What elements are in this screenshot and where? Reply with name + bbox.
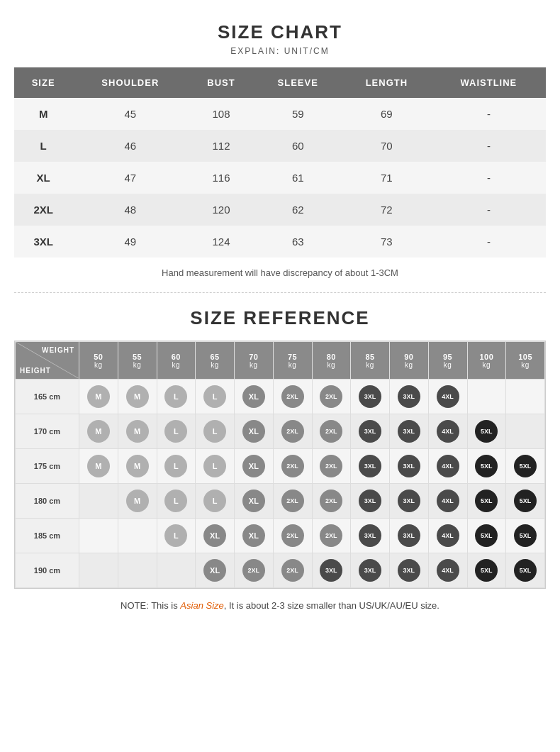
- size-circle-cell: [506, 380, 545, 414]
- disclaimer-text: Hand measurement will have discrepancy o…: [14, 267, 546, 293]
- size-circle: 2XL: [281, 559, 304, 582]
- size-circle: 5XL: [475, 455, 498, 477]
- ref-table-row: 170 cmMMLLXL2XL2XL3XL3XL4XL5XL: [16, 414, 545, 449]
- ref-table-head: WEIGHT HEIGHT 50kg55kg60kg65kg70kg75kg80…: [16, 342, 545, 380]
- table-row: 2XL481206272-: [14, 194, 546, 226]
- size-circle-cell: [467, 380, 506, 414]
- size-circle: 5XL: [475, 524, 498, 547]
- size-reference-title: SIZE REFERENCE: [14, 307, 546, 329]
- size-circle-cell: 5XL: [467, 449, 506, 484]
- size-circle-cell: 3XL: [390, 519, 429, 553]
- size-circle-cell: 2XL: [312, 414, 351, 449]
- size-circle-cell: M: [118, 449, 157, 484]
- size-circle-cell: 2XL: [235, 553, 274, 588]
- size-circle: XL: [242, 385, 265, 408]
- size-circle-cell: M: [118, 414, 157, 449]
- ref-table: WEIGHT HEIGHT 50kg55kg60kg65kg70kg75kg80…: [15, 341, 545, 588]
- height-cell: 165 cm: [16, 380, 79, 414]
- weight-header: 100kg: [467, 342, 506, 380]
- size-circle: 5XL: [514, 524, 537, 547]
- ref-table-wrapper: WEIGHT HEIGHT 50kg55kg60kg65kg70kg75kg80…: [14, 341, 546, 589]
- size-circle-cell: L: [196, 484, 235, 519]
- size-circle-cell: 4XL: [428, 519, 467, 553]
- size-cell: 3XL: [14, 226, 72, 258]
- size-circle: L: [203, 385, 226, 408]
- ref-table-body: 165 cmMMLLXL2XL2XL3XL3XL4XL170 cmMMLLXL2…: [16, 380, 545, 588]
- col-header-shoulder: SHOULDER: [72, 67, 188, 98]
- weight-header: 90kg: [390, 342, 429, 380]
- size-circle: 2XL: [320, 420, 342, 443]
- col-header-waistline: WAISTLINE: [432, 67, 546, 98]
- size-circle: M: [126, 490, 149, 512]
- size-circle-cell: M: [79, 414, 118, 449]
- data-cell: 120: [188, 194, 254, 226]
- size-circle-cell: 2XL: [312, 484, 351, 519]
- size-circle-cell: 4XL: [428, 380, 467, 414]
- size-circle: 3XL: [359, 420, 381, 443]
- size-circle-cell: 2XL: [273, 380, 312, 414]
- size-circle: XL: [242, 455, 265, 477]
- weight-header: 55kg: [118, 342, 157, 380]
- size-circle-cell: 4XL: [428, 484, 467, 519]
- data-cell: 46: [72, 130, 188, 162]
- size-cell: XL: [14, 162, 72, 194]
- ref-table-row: 180 cmMLLXL2XL2XL3XL3XL4XL5XL5XL: [16, 484, 545, 519]
- size-circle-cell: [79, 553, 118, 588]
- size-circle-cell: XL: [235, 414, 274, 449]
- size-circle: 2XL: [320, 524, 342, 547]
- ref-table-row: 175 cmMMLLXL2XL2XL3XL3XL4XL5XL5XL: [16, 449, 545, 484]
- table-row: L461126070-: [14, 130, 546, 162]
- size-circle: L: [164, 524, 187, 547]
- data-cell: 73: [342, 226, 432, 258]
- size-reference-section: SIZE REFERENCE WEIGHT HEIGHT 50kg55kg60k…: [14, 307, 546, 611]
- size-circle-cell: 3XL: [351, 484, 390, 519]
- size-circle-cell: 5XL: [467, 484, 506, 519]
- size-circle: L: [164, 455, 187, 477]
- size-circle-cell: 3XL: [351, 553, 390, 588]
- size-circle-cell: M: [79, 380, 118, 414]
- size-circle-cell: 3XL: [390, 380, 429, 414]
- size-circle: 3XL: [359, 490, 381, 512]
- note-highlight: Asian Size: [180, 600, 223, 611]
- data-cell: 61: [254, 162, 342, 194]
- size-circle: 5XL: [475, 420, 498, 443]
- data-cell: 124: [188, 226, 254, 258]
- size-circle: M: [87, 385, 110, 408]
- data-cell: 60: [254, 130, 342, 162]
- size-circle-cell: 5XL: [506, 484, 545, 519]
- size-circle-cell: 3XL: [390, 553, 429, 588]
- size-circle: L: [203, 420, 226, 443]
- size-circle: XL: [203, 559, 226, 582]
- size-chart-section: SIZE CHART EXPLAIN: UNIT/CM SIZESHOULDER…: [14, 21, 546, 293]
- size-circle-cell: 4XL: [428, 449, 467, 484]
- size-circle-cell: XL: [196, 519, 235, 553]
- weight-header: 80kg: [312, 342, 351, 380]
- size-circle: 4XL: [437, 559, 459, 582]
- data-cell: 112: [188, 130, 254, 162]
- data-cell: 45: [72, 98, 188, 130]
- size-circle-cell: 2XL: [312, 519, 351, 553]
- col-header-size: SIZE: [14, 67, 72, 98]
- col-header-bust: BUST: [188, 67, 254, 98]
- size-circle: 3XL: [359, 385, 381, 408]
- size-circle-cell: XL: [235, 484, 274, 519]
- size-circle-cell: 3XL: [351, 519, 390, 553]
- size-circle-cell: [118, 553, 157, 588]
- weight-header: 75kg: [273, 342, 312, 380]
- table-row: 3XL491246373-: [14, 226, 546, 258]
- size-circle: L: [203, 490, 226, 512]
- data-cell: 49: [72, 226, 188, 258]
- note-text: NOTE: This is Asian Size, It is about 2-…: [14, 600, 546, 611]
- size-circle-cell: 3XL: [351, 414, 390, 449]
- weight-header: 95kg: [428, 342, 467, 380]
- size-circle: 3XL: [320, 559, 342, 582]
- size-circle: 4XL: [437, 524, 459, 547]
- size-circle-cell: XL: [235, 449, 274, 484]
- data-cell: 70: [342, 130, 432, 162]
- data-cell: -: [432, 98, 546, 130]
- size-cell: M: [14, 98, 72, 130]
- data-cell: 69: [342, 98, 432, 130]
- size-circle: M: [87, 455, 110, 477]
- table-header-row: SIZESHOULDERBUSTSLEEVELENGTHWAISTLINE: [14, 67, 546, 98]
- weight-header: 50kg: [79, 342, 118, 380]
